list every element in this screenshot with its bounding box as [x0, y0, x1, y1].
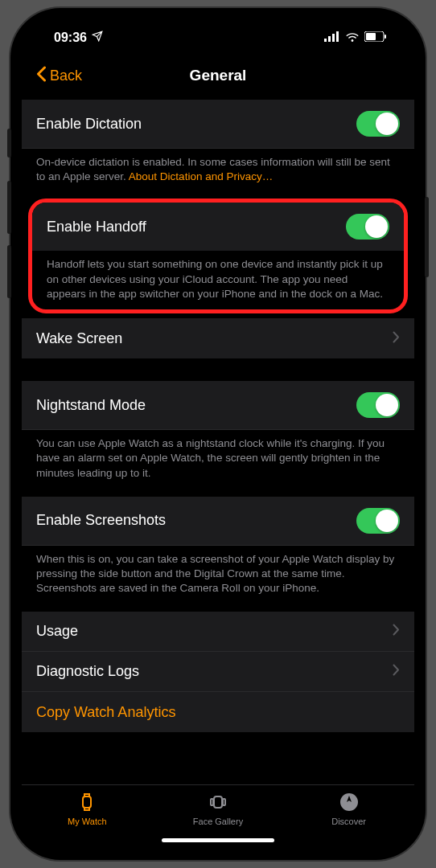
row-enable-screenshots[interactable]: Enable Screenshots — [22, 497, 414, 546]
footer-nightstand: You can use Apple Watch as a nightstand … — [22, 430, 414, 492]
chevron-right-icon — [393, 331, 400, 346]
row-label: Wake Screen — [36, 330, 122, 347]
row-label: Enable Dictation — [36, 116, 142, 133]
svg-rect-1 — [328, 36, 331, 42]
svg-rect-5 — [366, 33, 376, 40]
toggle-screenshots[interactable] — [356, 508, 400, 534]
row-enable-handoff[interactable]: Enable Handoff — [32, 203, 404, 251]
svg-rect-7 — [83, 796, 91, 808]
chevron-right-icon — [393, 664, 400, 679]
footer-dictation: On-device dictation is enabled. In some … — [22, 149, 414, 195]
compass-icon — [339, 792, 360, 814]
row-enable-dictation[interactable]: Enable Dictation — [22, 100, 414, 149]
tab-label: Face Gallery — [193, 817, 243, 826]
svg-rect-2 — [332, 34, 335, 42]
row-label: Enable Screenshots — [36, 512, 166, 529]
row-copy-analytics[interactable]: Copy Watch Analytics — [22, 692, 414, 732]
watch-icon — [76, 792, 97, 814]
svg-rect-8 — [214, 796, 222, 808]
toggle-dictation[interactable] — [356, 111, 400, 137]
tab-my-watch[interactable]: My Watch — [47, 792, 127, 826]
gallery-icon — [208, 792, 228, 814]
wifi-icon — [345, 31, 360, 45]
highlight-handoff: Enable Handoff Handoff lets you start so… — [28, 199, 408, 313]
svg-rect-3 — [336, 31, 339, 42]
footer-handoff: Handoff lets you start something on one … — [32, 251, 404, 309]
row-nightstand-mode[interactable]: Nightstand Mode — [22, 381, 414, 430]
svg-rect-9 — [211, 799, 213, 805]
toggle-handoff[interactable] — [346, 214, 389, 240]
location-icon — [92, 31, 103, 45]
link-dictation-privacy[interactable]: About Dictation and Privacy… — [129, 170, 273, 182]
tab-label: My Watch — [68, 817, 107, 826]
toggle-nightstand[interactable] — [356, 392, 400, 418]
svg-rect-10 — [223, 799, 225, 805]
footer-screenshots: When this is on, you can take a screensh… — [22, 546, 414, 608]
content-scroll[interactable]: Enable Dictation On-device dictation is … — [22, 95, 414, 784]
row-usage[interactable]: Usage — [22, 612, 414, 652]
status-time: 09:36 — [54, 31, 87, 45]
svg-rect-6 — [385, 35, 386, 39]
row-diagnostic-logs[interactable]: Diagnostic Logs — [22, 652, 414, 692]
row-label: Nightstand Mode — [36, 397, 146, 414]
page-title: General — [22, 67, 414, 84]
nav-bar: Back General — [22, 56, 414, 95]
row-label: Enable Handoff — [47, 219, 146, 235]
row-wake-screen[interactable]: Wake Screen — [22, 318, 414, 358]
cellular-icon — [324, 31, 340, 45]
tab-face-gallery[interactable]: Face Gallery — [178, 792, 258, 826]
svg-rect-0 — [324, 39, 327, 42]
home-indicator[interactable] — [162, 838, 274, 842]
tab-discover[interactable]: Discover — [309, 792, 389, 826]
chevron-right-icon — [393, 624, 400, 639]
battery-icon — [364, 31, 387, 45]
row-label: Copy Watch Analytics — [36, 704, 175, 721]
row-label: Diagnostic Logs — [36, 663, 139, 680]
tab-label: Discover — [331, 817, 366, 826]
row-label: Usage — [36, 623, 78, 640]
